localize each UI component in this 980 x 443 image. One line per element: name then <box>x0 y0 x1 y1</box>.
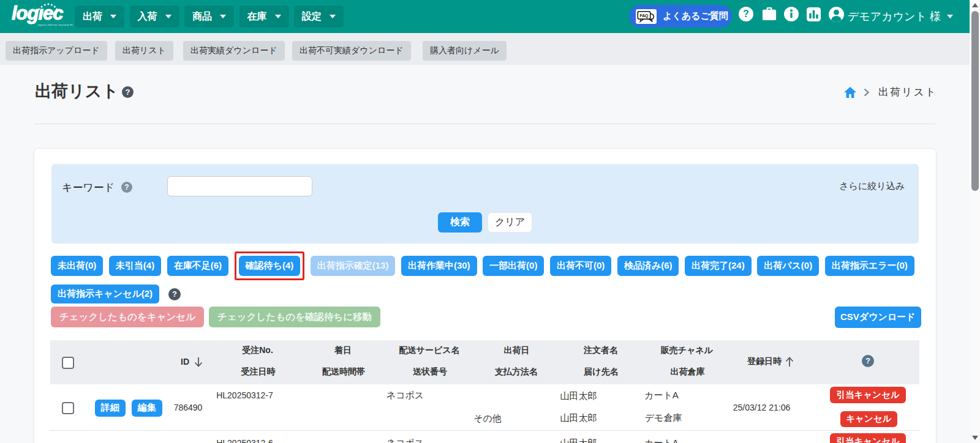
svg-text:FAQ: FAQ <box>639 13 648 18</box>
